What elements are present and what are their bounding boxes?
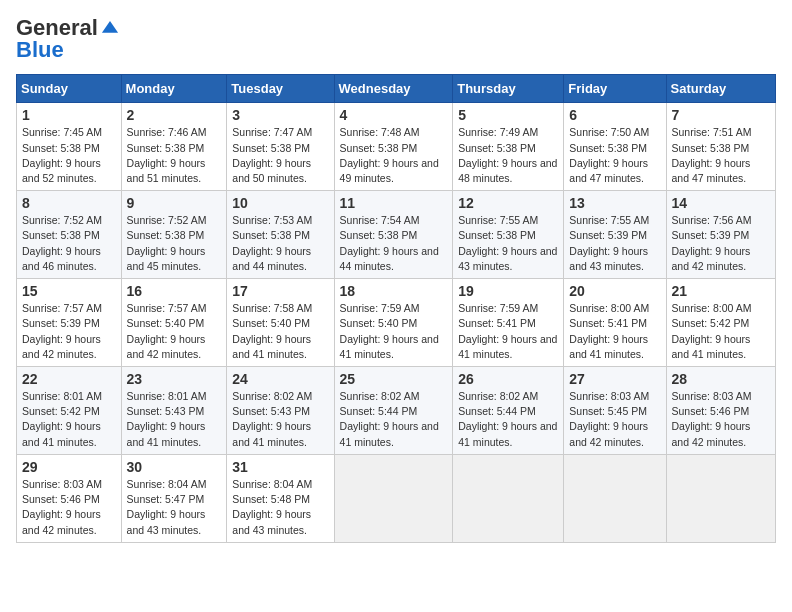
daylight-label: Daylight: 9 hours and 42 minutes. xyxy=(569,420,648,447)
calendar-cell: 11 Sunrise: 7:54 AM Sunset: 5:38 PM Dayl… xyxy=(334,191,453,279)
daylight-label: Daylight: 9 hours and 41 minutes. xyxy=(22,420,101,447)
sunrise-label: Sunrise: 8:00 AM xyxy=(569,302,649,314)
calendar-cell: 15 Sunrise: 7:57 AM Sunset: 5:39 PM Dayl… xyxy=(17,279,122,367)
sunrise-label: Sunrise: 8:03 AM xyxy=(22,478,102,490)
sunrise-label: Sunrise: 7:53 AM xyxy=(232,214,312,226)
sunset-label: Sunset: 5:42 PM xyxy=(22,405,100,417)
sunrise-label: Sunrise: 8:02 AM xyxy=(458,390,538,402)
daylight-label: Daylight: 9 hours and 41 minutes. xyxy=(458,333,557,360)
weekday-header-friday: Friday xyxy=(564,75,666,103)
sunrise-label: Sunrise: 7:45 AM xyxy=(22,126,102,138)
sunset-label: Sunset: 5:48 PM xyxy=(232,493,310,505)
sunset-label: Sunset: 5:47 PM xyxy=(127,493,205,505)
daylight-label: Daylight: 9 hours and 47 minutes. xyxy=(569,157,648,184)
calendar-cell: 2 Sunrise: 7:46 AM Sunset: 5:38 PM Dayli… xyxy=(121,103,227,191)
daylight-label: Daylight: 9 hours and 44 minutes. xyxy=(232,245,311,272)
daylight-label: Daylight: 9 hours and 44 minutes. xyxy=(340,245,439,272)
calendar-cell: 22 Sunrise: 8:01 AM Sunset: 5:42 PM Dayl… xyxy=(17,367,122,455)
week-row-2: 8 Sunrise: 7:52 AM Sunset: 5:38 PM Dayli… xyxy=(17,191,776,279)
day-number: 10 xyxy=(232,195,328,211)
day-info: Sunrise: 7:58 AM Sunset: 5:40 PM Dayligh… xyxy=(232,301,328,362)
sunrise-label: Sunrise: 8:02 AM xyxy=(232,390,312,402)
weekday-header-row: SundayMondayTuesdayWednesdayThursdayFrid… xyxy=(17,75,776,103)
sunset-label: Sunset: 5:46 PM xyxy=(22,493,100,505)
daylight-label: Daylight: 9 hours and 43 minutes. xyxy=(127,508,206,535)
sunset-label: Sunset: 5:38 PM xyxy=(232,142,310,154)
day-number: 16 xyxy=(127,283,222,299)
daylight-label: Daylight: 9 hours and 41 minutes. xyxy=(232,420,311,447)
sunrise-label: Sunrise: 8:03 AM xyxy=(672,390,752,402)
daylight-label: Daylight: 9 hours and 43 minutes. xyxy=(569,245,648,272)
sunset-label: Sunset: 5:43 PM xyxy=(127,405,205,417)
day-number: 17 xyxy=(232,283,328,299)
day-number: 2 xyxy=(127,107,222,123)
calendar-cell: 18 Sunrise: 7:59 AM Sunset: 5:40 PM Dayl… xyxy=(334,279,453,367)
daylight-label: Daylight: 9 hours and 48 minutes. xyxy=(458,157,557,184)
sunset-label: Sunset: 5:41 PM xyxy=(569,317,647,329)
day-number: 29 xyxy=(22,459,116,475)
weekday-header-saturday: Saturday xyxy=(666,75,775,103)
day-number: 22 xyxy=(22,371,116,387)
sunrise-label: Sunrise: 7:47 AM xyxy=(232,126,312,138)
sunrise-label: Sunrise: 7:55 AM xyxy=(569,214,649,226)
calendar-cell: 10 Sunrise: 7:53 AM Sunset: 5:38 PM Dayl… xyxy=(227,191,334,279)
calendar-cell: 29 Sunrise: 8:03 AM Sunset: 5:46 PM Dayl… xyxy=(17,454,122,542)
sunset-label: Sunset: 5:39 PM xyxy=(22,317,100,329)
calendar-cell: 25 Sunrise: 8:02 AM Sunset: 5:44 PM Dayl… xyxy=(334,367,453,455)
daylight-label: Daylight: 9 hours and 41 minutes. xyxy=(232,333,311,360)
day-number: 14 xyxy=(672,195,770,211)
sunset-label: Sunset: 5:39 PM xyxy=(672,229,750,241)
sunset-label: Sunset: 5:40 PM xyxy=(127,317,205,329)
calendar-cell: 16 Sunrise: 7:57 AM Sunset: 5:40 PM Dayl… xyxy=(121,279,227,367)
day-info: Sunrise: 8:02 AM Sunset: 5:43 PM Dayligh… xyxy=(232,389,328,450)
weekday-header-monday: Monday xyxy=(121,75,227,103)
day-info: Sunrise: 8:01 AM Sunset: 5:43 PM Dayligh… xyxy=(127,389,222,450)
daylight-label: Daylight: 9 hours and 43 minutes. xyxy=(232,508,311,535)
sunset-label: Sunset: 5:38 PM xyxy=(458,229,536,241)
sunset-label: Sunset: 5:38 PM xyxy=(232,229,310,241)
day-info: Sunrise: 7:57 AM Sunset: 5:39 PM Dayligh… xyxy=(22,301,116,362)
day-number: 12 xyxy=(458,195,558,211)
day-info: Sunrise: 7:47 AM Sunset: 5:38 PM Dayligh… xyxy=(232,125,328,186)
weekday-header-tuesday: Tuesday xyxy=(227,75,334,103)
sunset-label: Sunset: 5:38 PM xyxy=(340,142,418,154)
sunrise-label: Sunrise: 7:46 AM xyxy=(127,126,207,138)
weekday-header-wednesday: Wednesday xyxy=(334,75,453,103)
calendar-cell xyxy=(334,454,453,542)
calendar-cell xyxy=(453,454,564,542)
calendar-cell: 31 Sunrise: 8:04 AM Sunset: 5:48 PM Dayl… xyxy=(227,454,334,542)
weekday-header-sunday: Sunday xyxy=(17,75,122,103)
calendar-cell: 13 Sunrise: 7:55 AM Sunset: 5:39 PM Dayl… xyxy=(564,191,666,279)
day-info: Sunrise: 7:45 AM Sunset: 5:38 PM Dayligh… xyxy=(22,125,116,186)
sunset-label: Sunset: 5:38 PM xyxy=(569,142,647,154)
calendar-cell: 5 Sunrise: 7:49 AM Sunset: 5:38 PM Dayli… xyxy=(453,103,564,191)
day-number: 11 xyxy=(340,195,448,211)
day-number: 1 xyxy=(22,107,116,123)
week-row-3: 15 Sunrise: 7:57 AM Sunset: 5:39 PM Dayl… xyxy=(17,279,776,367)
day-number: 13 xyxy=(569,195,660,211)
daylight-label: Daylight: 9 hours and 41 minutes. xyxy=(458,420,557,447)
day-info: Sunrise: 8:03 AM Sunset: 5:45 PM Dayligh… xyxy=(569,389,660,450)
day-number: 5 xyxy=(458,107,558,123)
sunrise-label: Sunrise: 7:59 AM xyxy=(458,302,538,314)
calendar-table: SundayMondayTuesdayWednesdayThursdayFrid… xyxy=(16,74,776,542)
calendar-cell: 3 Sunrise: 7:47 AM Sunset: 5:38 PM Dayli… xyxy=(227,103,334,191)
day-info: Sunrise: 8:02 AM Sunset: 5:44 PM Dayligh… xyxy=(340,389,448,450)
day-number: 30 xyxy=(127,459,222,475)
sunset-label: Sunset: 5:43 PM xyxy=(232,405,310,417)
day-info: Sunrise: 7:54 AM Sunset: 5:38 PM Dayligh… xyxy=(340,213,448,274)
day-number: 6 xyxy=(569,107,660,123)
day-info: Sunrise: 7:46 AM Sunset: 5:38 PM Dayligh… xyxy=(127,125,222,186)
daylight-label: Daylight: 9 hours and 41 minutes. xyxy=(340,420,439,447)
day-number: 28 xyxy=(672,371,770,387)
sunset-label: Sunset: 5:38 PM xyxy=(458,142,536,154)
calendar-cell: 20 Sunrise: 8:00 AM Sunset: 5:41 PM Dayl… xyxy=(564,279,666,367)
sunrise-label: Sunrise: 7:56 AM xyxy=(672,214,752,226)
calendar-cell: 21 Sunrise: 8:00 AM Sunset: 5:42 PM Dayl… xyxy=(666,279,775,367)
sunrise-label: Sunrise: 8:03 AM xyxy=(569,390,649,402)
calendar-cell: 23 Sunrise: 8:01 AM Sunset: 5:43 PM Dayl… xyxy=(121,367,227,455)
daylight-label: Daylight: 9 hours and 49 minutes. xyxy=(340,157,439,184)
week-row-4: 22 Sunrise: 8:01 AM Sunset: 5:42 PM Dayl… xyxy=(17,367,776,455)
day-info: Sunrise: 7:57 AM Sunset: 5:40 PM Dayligh… xyxy=(127,301,222,362)
day-info: Sunrise: 7:49 AM Sunset: 5:38 PM Dayligh… xyxy=(458,125,558,186)
